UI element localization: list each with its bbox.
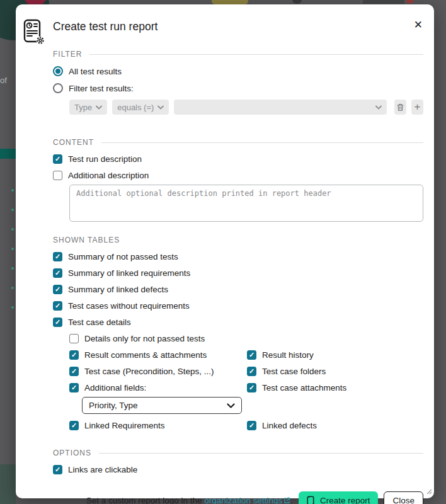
checkbox-test-case-folders[interactable]: Test case folders: [247, 367, 326, 376]
checkbox-label: Test run description: [68, 154, 142, 164]
checkbox-icon[interactable]: [53, 285, 62, 294]
filter-operator-select[interactable]: equals (=): [112, 100, 169, 115]
checkbox-summary-linked-defects[interactable]: Summary of linked defects: [53, 285, 423, 294]
radio-icon[interactable]: [53, 66, 63, 76]
background-badge: [212, 0, 248, 4]
filter-section-label: FILTER: [53, 50, 82, 59]
background-sidebar-bottom: [0, 464, 16, 504]
checkbox-icon[interactable]: [69, 350, 79, 360]
checkbox-icon[interactable]: [53, 171, 62, 180]
checkbox-icon[interactable]: [69, 367, 79, 376]
filter-field-select[interactable]: Type: [69, 100, 107, 115]
section-rule: [101, 142, 423, 143]
checkbox-icon[interactable]: [247, 350, 256, 360]
background-dot: [11, 287, 14, 289]
background-dot: [11, 189, 14, 192]
content-section-label: CONTENT: [53, 138, 94, 147]
section-rule: [99, 453, 423, 454]
checkbox-icon[interactable]: [53, 318, 62, 327]
trash-icon: [397, 103, 404, 112]
shown-tables-section-label: SHOWN TABLES: [53, 236, 120, 244]
checkbox-icon[interactable]: [53, 154, 62, 164]
checkbox-test-case-details[interactable]: Test case details: [53, 318, 423, 327]
checkbox-icon[interactable]: [53, 268, 62, 278]
checkbox-result-history[interactable]: Result history: [247, 350, 314, 360]
link-text: organization settings: [204, 496, 282, 504]
create-report-label: Create report: [320, 496, 370, 504]
checkbox-test-cases-without-requirements[interactable]: Test cases without requirements: [53, 301, 423, 311]
radio-filter-test-results[interactable]: Filter test results:: [53, 83, 423, 93]
checkbox-label: Test case details: [68, 318, 131, 327]
checkbox-label: Result history: [262, 350, 314, 360]
checkbox-icon[interactable]: [53, 465, 62, 474]
create-report-button[interactable]: Create report: [299, 491, 379, 504]
additional-fields-select[interactable]: Priority, Type: [82, 397, 242, 414]
checkbox-test-run-description[interactable]: Test run description: [53, 154, 423, 164]
close-button[interactable]: Close: [384, 491, 423, 504]
checkbox-details-only-not-passed[interactable]: Details only for not passed tests: [69, 334, 423, 343]
background-badge: [406, 0, 413, 3]
checkbox-label: Linked Requirements: [84, 421, 165, 430]
checkbox-label: Summary of linked requirements: [68, 268, 190, 278]
checkbox-label: Result comments & attachments: [84, 350, 207, 360]
radio-icon[interactable]: [53, 83, 63, 93]
checkbox-result-comments[interactable]: Result comments & attachments: [69, 350, 247, 360]
background-dot: [11, 306, 14, 309]
section-rule: [89, 54, 423, 55]
chevron-down-icon: [157, 105, 164, 110]
options-section-header: OPTIONS: [53, 449, 423, 457]
content-section-header: CONTENT: [53, 138, 423, 147]
radio-all-test-results[interactable]: All test results: [53, 66, 423, 76]
resize-handle-icon[interactable]: [426, 487, 432, 496]
dialog-header: Create test run report ✕: [16, 4, 434, 43]
filter-section-header: FILTER: [53, 50, 423, 59]
checkbox-summary-not-passed[interactable]: Summary of not passed tests: [53, 252, 423, 261]
checkbox-summary-linked-requirements[interactable]: Summary of linked requirements: [53, 268, 423, 278]
checkbox-label: Summary of linked defects: [68, 285, 168, 294]
checkbox-icon[interactable]: [247, 421, 256, 430]
checkbox-test-case-precondition[interactable]: Test case (Precondition, Steps, ...): [69, 367, 247, 376]
chevron-down-icon: [227, 403, 235, 408]
checkbox-label: Details only for not passed tests: [84, 334, 205, 343]
checkbox-icon[interactable]: [247, 367, 256, 376]
add-filter-button[interactable]: +: [411, 100, 423, 115]
checkbox-icon[interactable]: [69, 421, 79, 430]
background-text: [363, 0, 404, 4]
chevron-down-icon: [375, 105, 382, 110]
checkbox-additional-description[interactable]: Additional description: [53, 171, 423, 180]
shown-tables-section-header: SHOWN TABLES: [53, 236, 423, 244]
create-test-run-report-dialog: Create test run report ✕ FILTER All test…: [16, 4, 434, 498]
radio-label: Filter test results:: [69, 84, 134, 93]
custom-logo-note: Set a custom report logo in the organiza…: [86, 496, 293, 504]
checkbox-test-case-attachments[interactable]: Test case attachments: [247, 383, 346, 392]
radio-label: All test results: [69, 67, 122, 76]
filter-criteria-row: Type equals (=) +: [69, 100, 423, 115]
options-section-label: OPTIONS: [53, 449, 91, 457]
delete-filter-button[interactable]: [394, 100, 406, 115]
checkbox-linked-defects[interactable]: Linked defects: [247, 421, 317, 430]
checkbox-additional-fields[interactable]: Additional fields:: [69, 383, 247, 392]
external-link-icon: [283, 496, 290, 504]
checkbox-linked-requirements[interactable]: Linked Requirements: [69, 421, 247, 430]
checkbox-icon[interactable]: [247, 383, 256, 392]
additional-description-textarea[interactable]: [69, 185, 423, 222]
filter-operator-value: equals (=): [117, 103, 154, 112]
dialog-body: FILTER All test results Filter test resu…: [16, 50, 434, 474]
background-sidebar-item: [0, 149, 16, 159]
checkbox-icon[interactable]: [69, 383, 79, 392]
filter-field-value: Type: [74, 103, 92, 112]
filter-value-select[interactable]: [174, 100, 387, 115]
organization-settings-link[interactable]: organization settings: [204, 496, 290, 504]
checkbox-links-clickable[interactable]: Links are clickable: [53, 465, 423, 474]
close-icon[interactable]: ✕: [414, 20, 423, 30]
dialog-footer: Set a custom report logo in the organiza…: [16, 491, 434, 504]
checkbox-label: Test cases without requirements: [68, 301, 190, 311]
checkbox-icon[interactable]: [69, 334, 79, 343]
note-suffix: .: [290, 496, 293, 504]
checkbox-icon[interactable]: [53, 252, 62, 261]
checkbox-label: Test case (Precondition, Steps, ...): [84, 367, 214, 376]
dialog-title: Create test run report: [53, 20, 157, 33]
note-prefix: Set a custom report logo in the: [86, 496, 205, 504]
report-document-icon: [21, 18, 46, 48]
checkbox-icon[interactable]: [53, 301, 62, 311]
